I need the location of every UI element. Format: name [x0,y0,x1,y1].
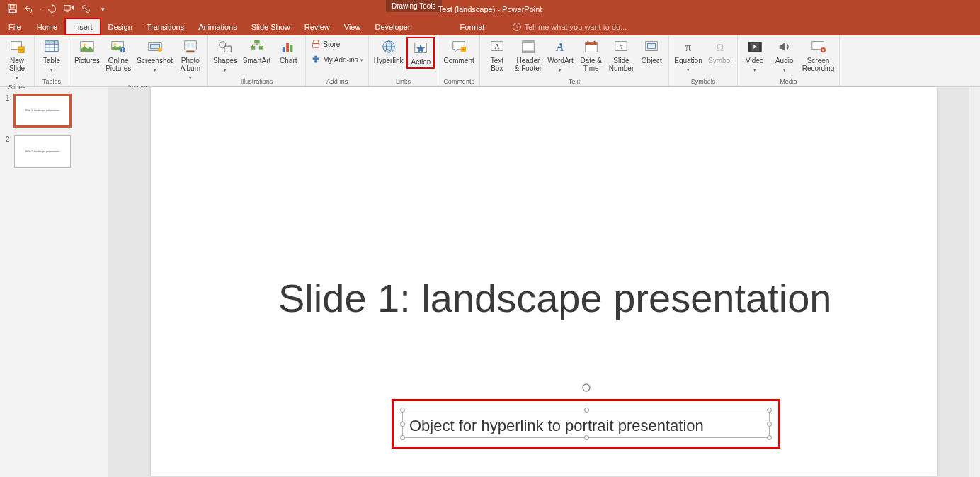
new-slide-button[interactable]: New Slide ▾ [3,37,31,83]
screenshot-button[interactable]: Screenshot▾ [135,37,175,75]
shapes-button[interactable]: Shapes▾ [211,37,239,75]
svg-point-5 [82,6,86,9]
slide-thumbnails-panel[interactable]: 1 Slide 1: landscape presentation 2 Slid… [0,87,108,477]
undo-icon[interactable] [21,1,37,17]
pictures-button[interactable]: Pictures [72,37,102,66]
action-icon [412,40,429,57]
thumb-2-num: 2 [6,135,11,168]
shapes-label: Shapes [213,57,237,64]
selected-textbox-content[interactable]: Object for hyperlink to portrait present… [409,417,704,435]
ribbon: New Slide ▾ Slides Table ▾ Tables Pictur… [0,35,980,87]
comment-button[interactable]: Comment [441,37,476,66]
group-media: Video▾ Audio▾ Screen Recording Media [738,35,841,86]
photo-album-label: Photo Album [181,57,200,72]
thumb-1-num: 1 [6,94,11,127]
tab-animations[interactable]: Animations [191,18,244,35]
slide-thumb-2[interactable]: Slide 2: landscape presentation [14,135,71,168]
tab-home[interactable]: Home [30,18,64,35]
my-addins-button[interactable]: My Add-ins ▾ [309,52,365,67]
rotate-handle-icon[interactable] [581,383,591,393]
slidenumber-button[interactable]: #Slide Number [607,37,637,74]
svg-rect-62 [648,43,656,48]
header-footer-icon [520,38,537,55]
svg-rect-39 [287,43,290,52]
slide-canvas-area[interactable]: Slide 1: landscape presentation Object f… [108,87,980,477]
store-icon [311,39,321,49]
quick-access-toolbar: · ▾ [0,1,110,17]
thumb-1-wrap[interactable]: 1 Slide 1: landscape presentation [6,94,102,127]
resize-handle[interactable] [400,408,405,413]
svg-rect-27 [191,43,195,48]
slide-thumb-1[interactable]: Slide 1: landscape presentation [14,94,71,127]
audio-button[interactable]: Audio▾ [770,37,799,75]
chevron-down-icon: ▾ [687,66,690,74]
resize-handle[interactable] [767,408,772,413]
tab-review[interactable]: Review [297,18,337,35]
resize-handle[interactable] [767,435,772,440]
tab-view[interactable]: View [337,18,368,35]
hyperlink-button[interactable]: Hyperlink [372,37,406,66]
svg-rect-41 [313,43,319,44]
tab-insert[interactable]: Insert [64,18,101,35]
slide-title-text[interactable]: Slide 1: landscape presentation [278,275,831,321]
svg-point-20 [114,43,116,45]
resize-handle[interactable] [400,435,405,440]
table-button[interactable]: Table ▾ [38,37,66,75]
header-footer-button[interactable]: Header & Footer [513,37,544,74]
slide-canvas[interactable]: Slide 1: landscape presentation Object f… [151,87,937,476]
textbox-button[interactable]: AText Box [483,37,511,74]
group-comments: Comment Comments [438,35,479,86]
photo-album-icon [182,38,199,55]
resize-handle[interactable] [584,408,589,413]
title-bar: · ▾ Drawing Tools Test (landscape) - Pow… [0,0,980,18]
audio-label: Audio [775,57,794,64]
tab-design[interactable]: Design [101,18,139,35]
contextual-tab-label: Drawing Tools [386,0,442,12]
group-images: Pictures Online Pictures Screenshot▾ Pho… [69,35,208,86]
tab-developer[interactable]: Developer [368,18,417,35]
slidenumber-icon: # [612,38,629,55]
object-icon [643,38,660,55]
start-from-beginning-icon[interactable] [61,1,76,17]
svg-rect-30 [224,46,231,52]
resize-handle[interactable] [400,422,405,427]
object-button[interactable]: Object [637,37,666,66]
equation-button[interactable]: πEquation▾ [672,37,704,75]
chevron-down-icon: ▾ [189,74,192,82]
tell-me[interactable]: ♀ Tell me what you want to do... [513,23,627,31]
store-button[interactable]: Store [309,37,365,51]
vertical-scrollbar[interactable] [969,87,980,477]
touch-mode-icon[interactable] [78,1,93,17]
smartart-button[interactable]: SmartArt [241,37,273,66]
photo-album-button[interactable]: Photo Album▾ [176,37,205,83]
svg-text:Ω: Ω [716,42,724,53]
chart-label: Chart [280,57,297,64]
tab-file[interactable]: File [0,18,30,35]
symbol-button[interactable]: ΩSymbol [706,37,734,66]
thumb-2-wrap[interactable]: 2 Slide 2: landscape presentation [6,135,102,168]
tab-format[interactable]: Format [453,18,492,35]
online-pictures-button[interactable]: Online Pictures [103,37,133,74]
wordart-button[interactable]: AWordArt▾ [545,37,576,75]
save-icon[interactable] [4,1,20,17]
tab-slideshow[interactable]: Slide Show [244,18,297,35]
chart-button[interactable]: Chart [274,37,302,66]
my-addins-label: My Add-ins [323,56,358,64]
group-label-text: Text [483,77,666,86]
online-pictures-icon [110,38,127,55]
video-button[interactable]: Video▾ [741,37,769,75]
datetime-button[interactable]: Date & Time [577,37,605,74]
screen-recording-button[interactable]: Screen Recording [800,37,837,74]
ribbon-tabs: File Home Insert Design Transitions Anim… [0,18,980,35]
redo-icon[interactable] [44,1,59,17]
resize-handle[interactable] [767,422,772,427]
action-button[interactable]: Action [406,37,435,69]
chevron-down-icon: ▾ [154,66,156,74]
workspace: 1 Slide 1: landscape presentation 2 Slid… [0,87,980,477]
svg-rect-2 [9,9,15,12]
store-label: Store [323,40,340,48]
qat-dropdown-icon[interactable]: ▾ [95,1,110,17]
resize-handle[interactable] [584,435,589,440]
action-label: Action [411,58,431,66]
tab-transitions[interactable]: Transitions [139,18,191,35]
